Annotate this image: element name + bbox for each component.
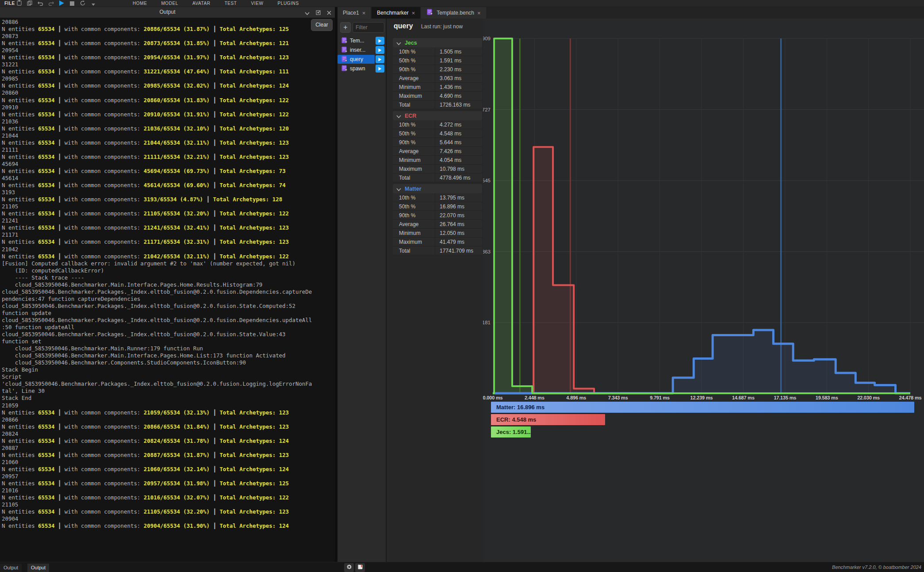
toolbar-copy-button[interactable]	[27, 1, 33, 6]
console-line: cloud_5853950046.Benchmarker.Main.Interf…	[2, 281, 333, 288]
x-tick-label: 22.030 ms	[857, 395, 880, 400]
menu-view[interactable]: VIEW	[251, 1, 264, 6]
console-line: pendencies:47 function captureDependenci…	[2, 296, 333, 303]
output-panel-title: Output	[0, 9, 335, 15]
console-line: 20873	[2, 33, 333, 40]
bottom-tab-output-1[interactable]: Output	[0, 564, 22, 572]
menu-model[interactable]: MODEL	[161, 1, 178, 6]
script-icon	[341, 56, 348, 65]
console-line: 21060	[2, 459, 333, 466]
close-icon[interactable]: ×	[477, 10, 481, 16]
toolbar-redo-button[interactable]	[48, 1, 54, 6]
bottom-tab-output-2[interactable]: Output	[27, 564, 49, 572]
play-small-icon	[378, 46, 382, 54]
tab-benchmarker[interactable]: Benchmarker×	[372, 7, 420, 19]
stats-row: 50th %4.548 ms	[393, 129, 482, 138]
stat-value: 4778.496 ms	[435, 175, 470, 181]
console-line: 20866	[2, 416, 333, 423]
legend-bar-matter[interactable]	[491, 402, 914, 413]
toolbar-play-button[interactable]	[58, 1, 65, 6]
toolbar-undo-button[interactable]	[37, 1, 43, 6]
console-line: N entities 65534 ┃ with common component…	[2, 154, 333, 161]
stats-row: Total1726.163 ms	[393, 100, 482, 109]
stat-value: 1726.163 ms	[435, 102, 470, 108]
stats-row: 50th %16.896 ms	[393, 202, 482, 211]
console-line: 21042	[2, 246, 333, 253]
toolbar-icons	[16, 0, 96, 7]
stat-value: 1.505 ms	[435, 49, 461, 55]
stat-label: 10th %	[393, 193, 435, 202]
menu-home[interactable]: HOME	[133, 1, 147, 6]
section-header-jecs[interactable]: Jecs	[393, 38, 482, 47]
menu-plugins[interactable]: PLUGINS	[278, 1, 299, 6]
stat-value: 3.063 ms	[435, 75, 461, 81]
output-panel-header[interactable]: Output	[0, 7, 335, 18]
benchmark-item-inser[interactable]: inser...	[337, 46, 386, 54]
status-bar: Output Output Benchmarker v7.2.0, © boat…	[0, 562, 924, 572]
y-tick-label: 545	[483, 178, 491, 183]
stat-label: 10th %	[393, 47, 435, 56]
section-header-matter[interactable]: Matter	[393, 184, 482, 193]
toolbar-caret-down-button[interactable]	[90, 1, 96, 6]
close-icon[interactable]: ×	[412, 10, 415, 16]
settings-button[interactable]	[344, 563, 354, 572]
stat-label: Total	[393, 246, 435, 255]
stat-label: Average	[393, 147, 435, 156]
toolbar-reset-button[interactable]	[80, 1, 86, 6]
section-name: Matter	[405, 186, 422, 192]
toolbar-clipboard-button[interactable]	[16, 1, 22, 6]
stop-icon	[70, 0, 74, 8]
console-log[interactable]: 20886N entities 65534 ┃ with common comp…	[2, 19, 333, 561]
legend-label: ECR: 4.548 ms	[496, 416, 536, 423]
toolbar-stop-button[interactable]	[69, 1, 75, 6]
menu-avatar[interactable]: AVATAR	[192, 1, 211, 6]
console-line: cloud_5853950046.Benchmarker.Main.Runner…	[2, 345, 333, 352]
stat-label: 90th %	[393, 211, 435, 220]
stat-label: 90th %	[393, 65, 435, 74]
console-line: 45614	[2, 175, 333, 182]
filter-input[interactable]	[353, 22, 384, 33]
copy-icon	[27, 0, 32, 8]
menu-test[interactable]: TEST	[225, 1, 237, 6]
script-icon	[341, 37, 348, 46]
console-line: N entities 65534 ┃ with common component…	[2, 210, 333, 217]
y-tick-label: 909	[483, 36, 491, 41]
section-header-ecr[interactable]: ECR	[393, 111, 482, 120]
stats-table: 10th %13.795 ms50th %16.896 ms90th %22.0…	[393, 193, 482, 255]
console-line: N entities 65534 ┃ with common component…	[2, 168, 333, 175]
plugin-button[interactable]	[355, 563, 365, 572]
chevron-down-button[interactable]	[305, 9, 310, 17]
stats-row: Maximum10.798 ms	[393, 165, 482, 173]
run-benchmark-button[interactable]	[376, 46, 384, 54]
histogram-chart: 9097275453631810.000 ms2.448 ms4.896 ms7…	[483, 19, 924, 457]
run-benchmark-button[interactable]	[376, 37, 384, 45]
benchmark-item-tem[interactable]: Tem...	[337, 36, 386, 45]
stats-row: Average26.764 ms	[393, 220, 482, 229]
add-benchmark-button[interactable]: +	[340, 22, 351, 33]
reset-icon	[80, 0, 85, 8]
console-line: N entities 65534 ┃ with common component…	[2, 54, 333, 61]
dock-button[interactable]	[316, 9, 321, 17]
run-benchmark-button[interactable]	[376, 65, 384, 73]
x-tick-label: 19.583 ms	[816, 395, 838, 400]
console-line: cloud_5853950046.Benchmarker.Components.…	[2, 359, 333, 366]
stats-row: Maximum4.690 ms	[393, 92, 482, 100]
benchmark-item-label: inser...	[350, 47, 365, 53]
console-line: N entities 65534 ┃ with common component…	[2, 196, 333, 203]
stat-value: 2.230 ms	[435, 66, 461, 73]
tab-template-bench[interactable]: Template.bench×	[421, 7, 486, 19]
credit-text: Benchmarker v7.2.0, © boatbomber 2024	[832, 564, 921, 570]
console-line: N entities 65534 ┃ with common component…	[2, 182, 333, 189]
benchmark-item-spawn[interactable]: spawn	[337, 64, 386, 73]
run-benchmark-button[interactable]	[376, 55, 384, 63]
console-line: 'cloud_5853950046.Benchmarker.Packages._…	[2, 380, 333, 388]
clear-button[interactable]: Clear	[311, 19, 333, 31]
file-menu[interactable]: FILE	[4, 1, 15, 6]
console-line: cloud_5853950046.Benchmarker.Packages._I…	[2, 331, 333, 338]
benchmark-item-query[interactable]: query	[337, 55, 386, 64]
close-button[interactable]	[327, 9, 331, 17]
stats-row: 50th %1.591 ms	[393, 56, 482, 65]
close-icon[interactable]: ×	[362, 10, 366, 16]
console-line: 20886	[2, 19, 333, 26]
tab-place1[interactable]: Place1×	[337, 7, 371, 19]
